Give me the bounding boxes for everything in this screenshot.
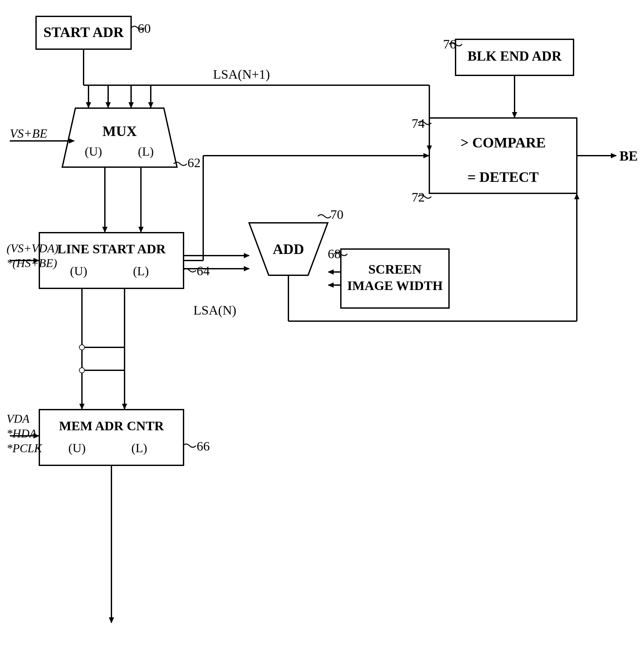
arrowhead-lsa-mem-l: [79, 404, 85, 409]
mem-adr-cntr-u: (U): [69, 441, 86, 455]
mux-l-label: (L): [138, 144, 154, 159]
label-72: 72: [412, 190, 425, 205]
label-70: 70: [330, 207, 343, 222]
be-label: BE: [619, 148, 638, 164]
label-62: 62: [187, 155, 201, 170]
cross-dot-2: [79, 368, 85, 373]
screen-image-width-label1: SCREEN: [368, 262, 421, 277]
line-start-adr-l: (L): [133, 264, 149, 278]
arrowhead-be: [611, 153, 617, 158]
label-68: 68: [328, 246, 341, 261]
vda-label3: *PCLK: [6, 442, 43, 455]
cross-dot-1: [79, 345, 85, 350]
vs-vda-label1: (VS+VDA): [6, 242, 58, 255]
vda-label2: *HDA: [6, 427, 37, 440]
arrowhead-bus3: [129, 102, 134, 108]
arrowhead-bus2: [106, 102, 111, 108]
mem-adr-cntr-label1: MEM ADR CNTR: [59, 419, 164, 433]
arrowhead-lsa-n-bot: [244, 266, 250, 271]
line-start-adr-box: [39, 233, 184, 288]
vda-label1: VDA: [6, 412, 30, 425]
arrowhead-lsa-compare: [423, 153, 429, 158]
line-start-adr-label1: LINE START ADR: [58, 241, 166, 256]
lsa-n1-label: LSA(N+1): [213, 67, 270, 81]
squiggle-70: [318, 215, 331, 218]
add-label: ADD: [273, 241, 304, 257]
label-66: 66: [197, 439, 210, 453]
label-64: 64: [197, 263, 210, 278]
vs-be-label: VS+BE: [10, 126, 47, 140]
label-76: 76: [443, 37, 456, 51]
line-start-adr-u: (U): [70, 264, 88, 278]
vs-vda-label2: *(HS+BE): [6, 257, 57, 270]
diagram-container: START ADR 60 MUX (U) (L) 62 LINE START A…: [0, 0, 644, 658]
arrowhead-mux-lsa-r: [138, 227, 143, 233]
arrowhead-to-compare-r: [574, 193, 579, 199]
arrowhead-mem-out: [109, 617, 114, 623]
detect-label: = DETECT: [467, 169, 538, 185]
label-74: 74: [412, 116, 425, 131]
arrowhead-mux-lsa-l: [102, 227, 108, 233]
circuit-diagram: START ADR 60 MUX (U) (L) 62 LINE START A…: [0, 0, 644, 658]
arrowhead-lsa-n-top: [244, 253, 250, 258]
arrowhead-blk-compare: [512, 112, 517, 118]
arrowhead-bus1: [86, 102, 91, 108]
mux-label: MUX: [102, 123, 137, 139]
arrowhead-bus4: [148, 102, 153, 108]
compare-label: > COMPARE: [460, 135, 546, 151]
mem-adr-cntr-l: (L): [132, 441, 147, 455]
screen-image-width-label2: IMAGE WIDTH: [347, 278, 443, 293]
arrowhead-siw-top: [328, 269, 334, 275]
squiggle-66: [183, 444, 196, 447]
arrowhead-lsa-mem-r: [122, 404, 127, 409]
start-adr-label: START ADR: [43, 24, 124, 40]
mux-u-label: (U): [85, 144, 102, 159]
arrowhead-siw-bot: [328, 282, 334, 288]
blk-end-adr-label: BLK END ADR: [467, 48, 562, 64]
lsa-n-label: LSA(N): [193, 303, 236, 318]
mem-adr-cntr-box: [39, 409, 184, 465]
